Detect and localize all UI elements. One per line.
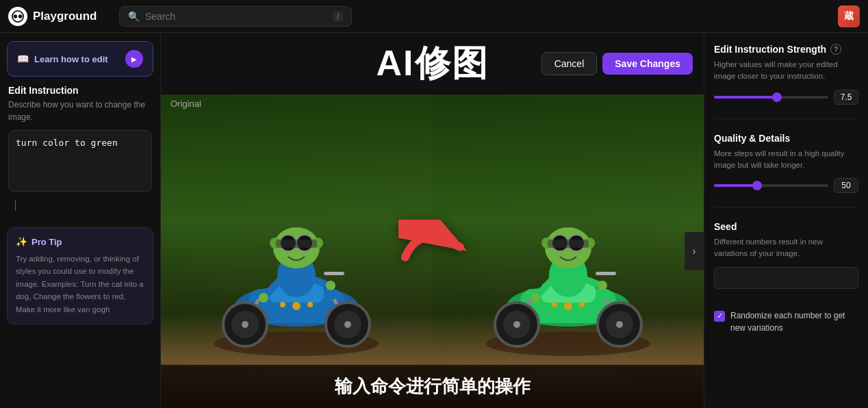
arrow-icon (398, 220, 467, 275)
original-frog-motorcycle (207, 142, 385, 361)
svg-point-48 (598, 281, 607, 290)
cancel-button[interactable]: Cancel (541, 52, 598, 75)
strength-slider-value: 7.5 (834, 90, 858, 105)
top-navigation: Playground 🔍 / 蔵 (0, 0, 868, 33)
book-icon: 📖 (17, 53, 29, 64)
before-after-arrow (398, 220, 467, 277)
edit-instruction-title: Edit Instruction (8, 85, 152, 96)
pro-tip-text: Try adding, removing, or thinking of sty… (16, 253, 144, 316)
main-layout: 📖 Learn how to edit ▶ Edit Instruction D… (0, 33, 868, 408)
svg-point-1 (14, 14, 17, 18)
randomize-checkbox-row: ✓ Randomize each number to get new varia… (714, 309, 858, 334)
svg-point-27 (292, 302, 301, 310)
svg-point-40 (513, 321, 520, 328)
edit-instruction-description: Describe how you want to change the imag… (8, 99, 152, 123)
strength-slider-fill (714, 96, 777, 99)
brand-logo-icon[interactable] (8, 7, 27, 26)
strength-slider-thumb[interactable] (772, 92, 782, 102)
quality-slider-fill (714, 184, 757, 187)
strength-info-icon[interactable]: ? (830, 44, 841, 55)
avatar[interactable]: 蔵 (838, 5, 860, 27)
next-chevron-button[interactable]: › (685, 232, 704, 270)
quality-slider-thumb[interactable] (752, 181, 762, 190)
quality-slider-row: 50 (714, 178, 858, 193)
original-image (161, 94, 433, 408)
svg-point-56 (552, 302, 557, 307)
svg-point-43 (616, 321, 623, 328)
strength-description: Higher values will make your edited imag… (714, 59, 858, 83)
svg-point-12 (242, 321, 248, 328)
svg-point-2 (18, 14, 22, 18)
learn-btn-left: 📖 Learn how to edit (17, 53, 108, 64)
pro-tip-title: ✨ Pro Tip (16, 236, 144, 247)
learn-btn-label: Learn how to edit (34, 54, 108, 64)
edit-instruction-input[interactable]: turn color to green (8, 130, 152, 192)
svg-point-57 (579, 302, 585, 307)
checkbox-check-icon: ✓ (717, 311, 723, 320)
quality-title: Quality & Details (714, 133, 858, 144)
svg-point-29 (307, 302, 313, 307)
seed-description: Different numbers result in new variatio… (714, 236, 858, 260)
strength-slider-track[interactable] (714, 96, 828, 99)
svg-point-55 (564, 302, 572, 310)
svg-point-47 (531, 293, 540, 303)
edit-instruction-section: Edit Instruction Describe how you want t… (0, 85, 160, 222)
learn-how-to-edit-button[interactable]: 📖 Learn how to edit ▶ (7, 41, 153, 77)
seed-input[interactable] (714, 267, 858, 289)
quality-section: Quality & Details More steps will result… (714, 133, 858, 194)
search-input[interactable] (145, 11, 327, 22)
star-icon: ✨ (16, 236, 27, 247)
search-icon: 🔍 (128, 11, 140, 22)
svg-rect-37 (596, 272, 616, 275)
quality-slider-value: 50 (834, 178, 858, 193)
subtitle-text: 输入命令进行简单的操作 (335, 376, 531, 396)
subtitle-overlay: 输入命令进行简单的操作 (161, 365, 704, 408)
quality-title-text: Quality & Details (714, 133, 790, 144)
play-button[interactable]: ▶ (125, 50, 143, 68)
randomize-label: Randomize each number to get new variati… (730, 309, 858, 334)
save-changes-button[interactable]: Save Changes (602, 53, 693, 75)
page-title: AI修图 (376, 40, 489, 88)
svg-point-28 (280, 302, 285, 307)
svg-point-19 (259, 293, 268, 303)
svg-point-15 (344, 321, 351, 328)
strength-title: Edit Instruction Strength ? (714, 44, 858, 55)
center-content: AI修图 Cancel Save Changes Original (161, 33, 704, 408)
svg-rect-26 (276, 240, 317, 248)
svg-rect-54 (548, 240, 589, 248)
seed-section: Seed Different numbers result in new var… (714, 221, 858, 296)
image-area: Original (161, 94, 704, 408)
svg-point-20 (326, 281, 335, 290)
pro-tip-label: Pro Tip (31, 237, 62, 247)
text-cursor (15, 200, 16, 211)
center-header: AI修图 Cancel Save Changes (161, 33, 704, 94)
search-shortcut-badge: / (333, 11, 343, 22)
quality-slider-track[interactable] (714, 184, 828, 187)
quality-description: More steps will result in a high quality… (714, 148, 858, 172)
original-label: Original (161, 94, 211, 113)
center-actions: Cancel Save Changes (541, 52, 693, 75)
edited-frog-motorcycle (479, 142, 657, 361)
search-bar[interactable]: 🔍 / (119, 6, 352, 27)
left-sidebar: 📖 Learn how to edit ▶ Edit Instruction D… (0, 33, 161, 408)
seed-title: Seed (714, 221, 858, 232)
strength-slider-row: 7.5 (714, 90, 858, 105)
randomize-checkbox[interactable]: ✓ (714, 311, 725, 322)
divider-2 (714, 207, 858, 207)
svg-rect-9 (324, 272, 344, 275)
brand-logo-area: Playground (8, 7, 111, 26)
brand-name: Playground (33, 10, 97, 23)
strength-title-text: Edit Instruction Strength (714, 44, 826, 55)
divider-1 (714, 118, 858, 119)
pro-tip-card: ✨ Pro Tip Try adding, removing, or think… (7, 227, 153, 324)
right-panel: Edit Instruction Strength ? Higher value… (704, 33, 868, 408)
images-container (161, 94, 704, 408)
edited-image (433, 94, 704, 408)
strength-section: Edit Instruction Strength ? Higher value… (714, 44, 858, 105)
seed-title-text: Seed (714, 221, 737, 232)
